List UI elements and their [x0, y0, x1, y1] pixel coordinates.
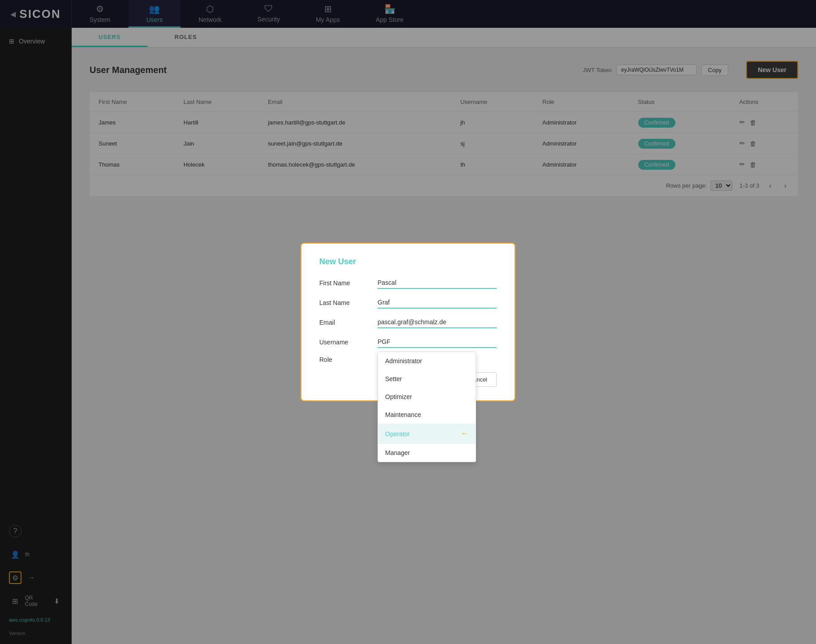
role-dropdown[interactable]: Administrator Setter Optimizer Maintenan…: [378, 352, 476, 462]
first-name-field: First Name: [319, 277, 497, 289]
last-name-label: Last Name: [319, 299, 369, 306]
modal-title: New User: [319, 257, 497, 266]
username-input[interactable]: [378, 336, 497, 348]
role-option-setter[interactable]: Setter: [378, 370, 476, 388]
new-user-modal: New User First Name Last Name Email User…: [301, 243, 515, 401]
username-field: Username: [319, 336, 497, 348]
first-name-label: First Name: [319, 279, 369, 287]
role-option-administrator[interactable]: Administrator: [378, 352, 476, 370]
role-field: Role Administrator Setter Optimizer Main…: [319, 356, 497, 363]
username-label: Username: [319, 339, 369, 346]
operator-arrow-icon: ←: [460, 429, 468, 438]
role-option-maintenance[interactable]: Maintenance: [378, 406, 476, 424]
first-name-input[interactable]: [378, 277, 497, 289]
role-option-optimizer[interactable]: Optimizer: [378, 388, 476, 406]
role-label: Role: [319, 356, 369, 363]
email-field: Email: [319, 317, 497, 328]
last-name-field: Last Name: [319, 297, 497, 309]
email-label: Email: [319, 319, 369, 326]
modal-overlay: New User First Name Last Name Email User…: [0, 0, 816, 644]
role-option-manager[interactable]: Manager: [378, 444, 476, 462]
email-input[interactable]: [378, 317, 497, 328]
last-name-input[interactable]: [378, 297, 497, 309]
role-option-operator[interactable]: Operator ←: [378, 424, 476, 444]
